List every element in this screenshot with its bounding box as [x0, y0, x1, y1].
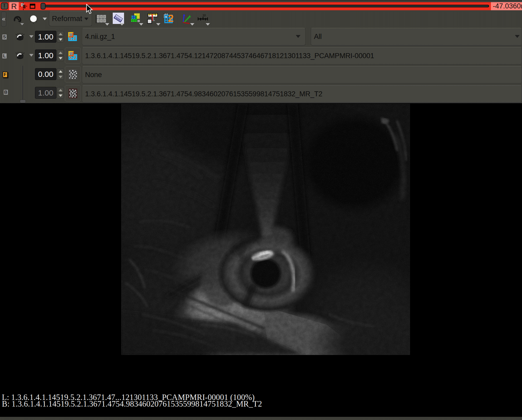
svg-text:2: 2 — [168, 13, 174, 23]
svg-text:10: 10 — [203, 14, 206, 17]
